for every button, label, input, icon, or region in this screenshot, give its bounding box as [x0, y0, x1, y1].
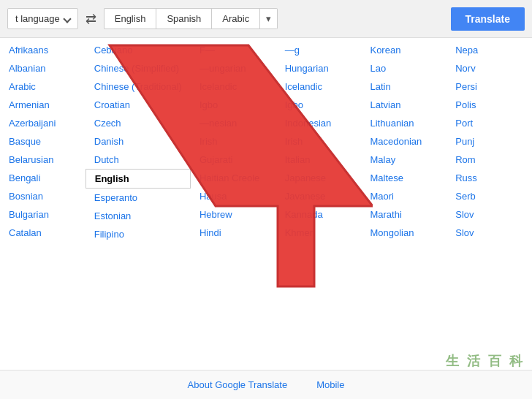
list-item[interactable]: Slov — [446, 205, 532, 224]
list-item[interactable]: Nepa — [446, 41, 532, 59]
list-item[interactable]: F— — [191, 41, 276, 59]
language-column-6: Nepa Norv Persi Polis Port Punj Rom Russ… — [446, 41, 532, 243]
list-item[interactable]: Bosnian — [0, 187, 86, 205]
list-item[interactable]: Cebuano — [86, 41, 191, 59]
list-item[interactable]: Norv — [446, 59, 532, 77]
tab-english[interactable]: English — [104, 8, 156, 29]
list-item[interactable]: Lithuanian — [361, 114, 446, 132]
detect-language-label: t language — [15, 13, 60, 24]
list-item[interactable]: Macedonian — [361, 132, 446, 151]
detect-dropdown-icon — [63, 15, 71, 23]
footer: About Google Translate Mobile — [0, 370, 532, 399]
language-column-1: Afrikaans Albanian Arabic Armenian Azerb… — [0, 41, 86, 243]
list-item[interactable]: Polis — [446, 96, 532, 114]
list-item[interactable]: Bulgarian — [0, 205, 86, 224]
list-item[interactable]: Hindi — [191, 224, 276, 242]
tab-arabic[interactable]: Arabic — [211, 8, 260, 29]
list-item[interactable]: Chinese (Traditional) — [86, 77, 191, 96]
list-item[interactable]: Croatian — [86, 96, 191, 114]
tab-spanish[interactable]: Spanish — [156, 8, 211, 29]
list-item[interactable]: Indonesian — [276, 114, 362, 132]
list-item[interactable]: Slov — [446, 224, 532, 242]
list-item[interactable]: Igbo — [191, 96, 276, 114]
list-item[interactable]: Lao — [361, 59, 446, 77]
list-item[interactable]: Malay — [361, 151, 446, 169]
list-item[interactable]: Dutch — [86, 151, 191, 169]
list-item[interactable]: Marathi — [361, 205, 446, 224]
swap-icon: ⇄ — [86, 12, 96, 26]
list-item[interactable]: Icelandic — [191, 77, 276, 96]
translate-button[interactable]: Translate — [451, 7, 525, 31]
list-item[interactable]: Hebrew — [191, 205, 276, 224]
list-item[interactable]: Persi — [446, 77, 532, 96]
list-item[interactable]: Hausa — [191, 187, 276, 205]
list-item[interactable]: Japanese — [276, 169, 362, 187]
target-language-tabs: English Spanish Arabic ▾ — [104, 8, 278, 29]
mobile-link[interactable]: Mobile — [316, 379, 344, 390]
list-item[interactable]: Kannada — [276, 205, 362, 224]
list-item[interactable]: Danish — [86, 132, 191, 151]
more-languages-dropdown[interactable]: ▾ — [260, 8, 278, 29]
list-item[interactable]: Czech — [86, 114, 191, 132]
list-item[interactable]: Punj — [446, 132, 532, 151]
list-item[interactable]: Latin — [361, 77, 446, 96]
list-item[interactable]: Mongolian — [361, 224, 446, 242]
list-item[interactable]: Maori — [361, 187, 446, 205]
list-item[interactable]: Khmer — [276, 224, 362, 242]
list-item[interactable]: Albanian — [0, 59, 86, 77]
list-item[interactable]: Filipino — [86, 225, 191, 243]
language-column-4: —g Hungarian Icelandic Igbo Indonesian I… — [276, 41, 362, 243]
list-item[interactable]: Latvian — [361, 96, 446, 114]
language-grid: Afrikaans Albanian Arabic Armenian Azerb… — [0, 38, 532, 370]
list-item[interactable]: Armenian — [0, 96, 86, 114]
list-item[interactable]: Rom — [446, 151, 532, 169]
list-item[interactable]: Serb — [446, 187, 532, 205]
language-column-2: Cebuano Chinese (Simplified) Chinese (Tr… — [86, 41, 191, 243]
list-item[interactable]: Russ — [446, 169, 532, 187]
list-item[interactable]: Port — [446, 114, 532, 132]
list-item[interactable]: Belarusian — [0, 151, 86, 169]
list-item[interactable]: Catalan — [0, 224, 86, 242]
detect-language-button[interactable]: t language — [7, 8, 78, 29]
list-item-english-selected[interactable]: English — [86, 169, 191, 189]
list-item[interactable]: Irish — [191, 132, 276, 151]
list-item[interactable]: Afrikaans — [0, 41, 86, 59]
list-item[interactable]: Igbo — [276, 96, 362, 114]
list-item[interactable]: Basque — [0, 132, 86, 151]
list-item[interactable]: Javanese — [276, 187, 362, 205]
language-column-3: F— —ungarian Icelandic Igbo —nesian Iris… — [191, 41, 276, 243]
list-item[interactable]: Gujarati — [191, 151, 276, 169]
list-item[interactable]: Esperanto — [86, 189, 191, 207]
list-item[interactable]: Bengali — [0, 169, 86, 187]
list-item[interactable]: Italian — [276, 151, 362, 169]
list-item[interactable]: Icelandic — [276, 77, 362, 96]
toolbar: t language ⇄ English Spanish Arabic ▾ Tr… — [0, 0, 532, 38]
list-item[interactable]: Korean — [361, 41, 446, 59]
about-google-translate-link[interactable]: About Google Translate — [188, 379, 288, 390]
list-item[interactable]: Maltese — [361, 169, 446, 187]
list-item[interactable]: Azerbaijani — [0, 114, 86, 132]
list-item[interactable]: —ungarian — [191, 59, 276, 77]
language-column-5: Korean Lao Latin Latvian Lithuanian Mace… — [361, 41, 446, 243]
list-item[interactable]: Estonian — [86, 207, 191, 225]
list-item[interactable]: Hungarian — [276, 59, 362, 77]
list-item[interactable]: —g — [276, 41, 362, 59]
list-item[interactable]: Arabic — [0, 77, 86, 96]
list-item[interactable]: Chinese (Simplified) — [86, 59, 191, 77]
list-item[interactable]: Irish — [276, 132, 362, 151]
swap-languages-button[interactable]: ⇄ — [86, 11, 96, 27]
list-item[interactable]: —nesian — [191, 114, 276, 132]
list-item[interactable]: Haitian Creole — [191, 169, 276, 187]
